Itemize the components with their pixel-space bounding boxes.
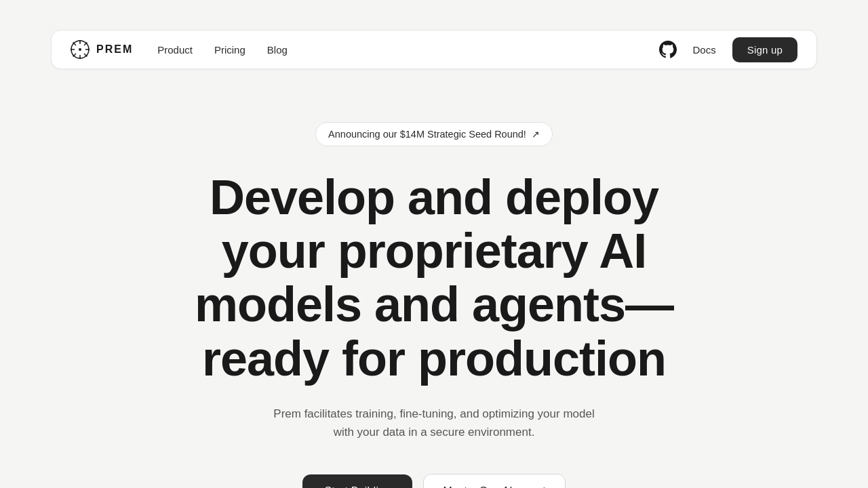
hero-buttons: Start Building Meet a Gen AI expert xyxy=(302,474,565,488)
navbar: PREM Product Pricing Blog Docs Sign up xyxy=(51,30,817,69)
svg-point-15 xyxy=(85,42,87,43)
prem-logo-icon xyxy=(71,40,90,59)
svg-point-12 xyxy=(71,49,72,50)
nav-links: Product Pricing Blog xyxy=(157,44,288,56)
svg-point-1 xyxy=(79,48,81,51)
docs-link[interactable]: Docs xyxy=(693,44,716,56)
nav-item-blog[interactable]: Blog xyxy=(267,44,288,56)
start-building-button[interactable]: Start Building xyxy=(302,474,412,488)
svg-point-17 xyxy=(85,55,87,56)
svg-point-16 xyxy=(73,55,74,56)
announcement-arrow-icon: ↗ xyxy=(532,129,540,140)
meet-expert-button[interactable]: Meet a Gen AI expert xyxy=(423,474,565,488)
hero-section: Announcing our $14M Strategic Seed Round… xyxy=(0,0,868,488)
signup-button[interactable]: Sign up xyxy=(732,37,797,62)
hero-title: Develop and deploy your proprietary AI m… xyxy=(176,171,692,386)
hero-subtitle: Prem facilitates training, fine-tuning, … xyxy=(271,405,597,441)
logo-text: PREM xyxy=(96,43,133,56)
svg-point-11 xyxy=(79,58,81,59)
svg-point-13 xyxy=(88,49,90,50)
logo-link[interactable]: PREM xyxy=(71,40,133,59)
nav-item-product[interactable]: Product xyxy=(157,44,193,56)
svg-point-14 xyxy=(73,42,74,43)
announcement-badge[interactable]: Announcing our $14M Strategic Seed Round… xyxy=(315,122,553,146)
svg-point-10 xyxy=(79,40,81,41)
navbar-right: Docs Sign up xyxy=(659,37,797,62)
navbar-left: PREM Product Pricing Blog xyxy=(71,40,288,59)
announcement-text: Announcing our $14M Strategic Seed Round… xyxy=(328,129,526,140)
github-icon[interactable] xyxy=(659,41,677,58)
nav-item-pricing[interactable]: Pricing xyxy=(214,44,245,56)
